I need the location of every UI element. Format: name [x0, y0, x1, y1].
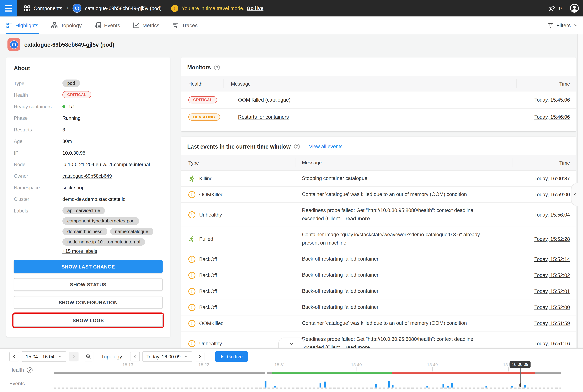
monitor-time-link[interactable]: Today, 15:45:06 [534, 97, 570, 103]
event-time-link[interactable]: Today, 15:52:14 [534, 256, 570, 262]
field-value: 30m [63, 137, 72, 144]
show-last-change-button[interactable]: SHOW LAST CHANGE [14, 260, 163, 273]
field-value: 3 [63, 126, 65, 132]
view-tabs-bar: HighlightsTopologyEventsMetricsTraces Fi… [0, 16, 583, 34]
about-field-row: Nodeip-10-0-21-204.eu-w...1.compute.inte… [14, 160, 163, 169]
pin-icon[interactable] [548, 5, 556, 12]
event-time-link[interactable]: Today, 15:52:01 [534, 288, 570, 294]
tab-label: Highlights [15, 22, 38, 28]
go-live-link[interactable]: Go live [247, 6, 263, 11]
event-message-line: Back-off restarting failed container [302, 303, 499, 311]
event-type-label: Unhealthy [199, 341, 222, 346]
read-more-link[interactable]: read more [345, 344, 370, 348]
event-time-link[interactable]: Today, 15:59:00 [534, 192, 570, 197]
event-type-cell: !BackOff [181, 272, 296, 279]
more-labels-link[interactable]: +15 more labels [63, 248, 97, 254]
help-icon[interactable]: ? [27, 368, 33, 373]
event-time-cell: Today, 15:51:59 [512, 320, 576, 326]
tab-highlights[interactable]: Highlights [7, 16, 38, 34]
help-icon[interactable]: ? [214, 64, 220, 70]
event-time-link[interactable]: Today, 16:00:37 [534, 176, 570, 181]
monitor-message-link[interactable]: OOM Killed (catalogue) [238, 97, 290, 103]
event-time-link[interactable]: Today, 15:51:16 [534, 341, 570, 346]
time-marker-tooltip: 16:00:09 [509, 361, 531, 368]
about-field-row: Age30m [14, 137, 163, 146]
health-segment-gray [535, 372, 560, 374]
breadcrumb-components[interactable]: Components [34, 6, 62, 11]
label-pill: component-type:kubernetes-pod [63, 217, 139, 225]
event-type-label: BackOff [199, 256, 217, 262]
read-more-link[interactable]: read more [345, 216, 370, 221]
ready-containers-value: 1/1 [63, 103, 75, 109]
event-bar [511, 386, 513, 388]
event-time-link[interactable]: Today, 15:52:28 [534, 236, 570, 242]
runner-icon [188, 175, 196, 182]
traces-icon [173, 22, 179, 28]
event-time-link[interactable]: Today, 15:52:02 [534, 272, 570, 278]
tab-traces[interactable]: Traces [173, 16, 198, 34]
event-type-cell: !BackOff [181, 304, 296, 311]
event-time-link[interactable]: Today, 15:56:04 [534, 212, 570, 218]
field-label: IP [14, 149, 63, 156]
tab-label: Events [104, 22, 120, 28]
tab-metrics[interactable]: Metrics [133, 16, 159, 34]
event-type-cell: !Unhealthy [181, 211, 296, 218]
show-status-button[interactable]: SHOW STATUS [14, 278, 163, 291]
user-avatar-icon[interactable] [569, 4, 579, 13]
field-value: sock-shop [63, 184, 85, 190]
event-bar [388, 381, 390, 388]
time-travel-banner: You are in time travel mode. [182, 6, 244, 11]
show-configuration-button[interactable]: SHOW CONFIGURATION [14, 296, 163, 309]
field-label: Node [14, 160, 63, 167]
events-heading: Last events in the current time window [187, 144, 290, 150]
event-bar [319, 384, 321, 388]
show-logs-button[interactable]: SHOW LOGS [14, 314, 163, 327]
event-row: !UnhealthyReadiness probe failed: Get "h… [181, 202, 576, 227]
monitor-row: CRITICALOOM Killed (catalogue)Today, 15:… [181, 92, 576, 108]
topology-icon [51, 22, 58, 28]
menu-icon[interactable] [0, 0, 17, 16]
field-label: Health [14, 91, 63, 98]
monitors-heading: Monitors [187, 64, 211, 70]
event-type-label: Pulled [199, 236, 213, 242]
monitor-message-link[interactable]: Restarts for containers [238, 114, 289, 120]
event-message-line: Back-off restarting failed container [302, 255, 499, 263]
range-prev-button[interactable] [9, 352, 19, 361]
timeline-track[interactable]: 15:1315:2215:3115:4015:4915:5816:00:09 [54, 349, 560, 392]
event-time-link[interactable]: Today, 15:52:00 [534, 304, 570, 310]
event-type-label: OOMKilled [199, 192, 224, 197]
timeline-panel: 15:04 - 16:04 Topology Today, 16:00:09 [0, 348, 583, 392]
event-message-cell: Readiness probe failed: Get "http://10.0… [296, 206, 512, 223]
event-time-cell: Today, 15:56:04 [512, 212, 576, 218]
expand-right-panel-button[interactable] [571, 182, 578, 206]
tab-label: Traces [182, 22, 198, 28]
tab-events[interactable]: Events [95, 16, 120, 34]
timeline-tick-label: 15:31 [274, 362, 285, 367]
tab-topology[interactable]: Topology [51, 16, 82, 34]
events-label-text: Events [9, 381, 25, 386]
filters-button[interactable]: Filters [547, 22, 578, 28]
time-marker-handle[interactable] [519, 383, 521, 387]
label-pill: node-name:ip-10-...ompute.internal [63, 238, 145, 246]
field-label: Ready containers [14, 103, 63, 109]
owner-link[interactable]: catalogue-69b58cb649 [63, 172, 112, 179]
alert-icon: ! [188, 191, 196, 198]
column-header: Type [181, 155, 296, 170]
event-message-line: exceeded (Client....read more [302, 215, 499, 223]
view-all-events-link[interactable]: View all events [309, 144, 343, 149]
help-icon[interactable]: ? [294, 144, 300, 149]
about-field-row: IP10.0.30.95 [14, 149, 163, 157]
breadcrumb-separator: / [67, 5, 68, 11]
field-label: Age [14, 137, 63, 144]
event-message-cell: Stopping container catalogue [296, 174, 512, 182]
event-time-link[interactable]: Today, 15:51:59 [534, 320, 570, 326]
event-bar [426, 386, 428, 388]
monitor-health-badge: DEVIATING [188, 114, 220, 121]
breadcrumb-entity[interactable]: catalogue-69b58cb649-gjl5v (pod) [85, 6, 162, 11]
event-time-cell: Today, 15:52:02 [512, 272, 576, 278]
collapse-timeline-button[interactable] [278, 338, 304, 349]
event-type-cell: !BackOff [181, 256, 296, 263]
event-type-cell: Killing [181, 175, 296, 182]
monitor-time-link[interactable]: Today, 15:46:06 [534, 114, 570, 120]
event-type-label: Unhealthy [199, 212, 222, 218]
